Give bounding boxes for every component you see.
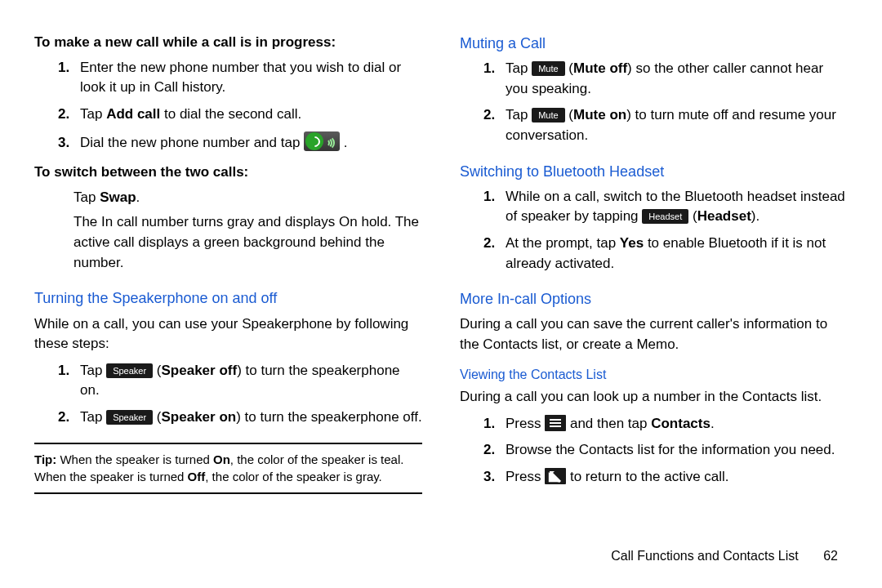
text: , the color of the speaker is gray. [205,470,382,483]
list-item: While on a call, switch to the Bluetooth… [499,187,848,227]
footer-section: Call Functions and Contacts List [611,549,798,563]
list-item: Press to return to the active call. [499,467,848,488]
add-call-label: Add call [106,106,160,122]
heading-switch-calls: To switch between the two calls: [34,163,422,183]
list-item: Enter the new phone number that you wish… [74,58,422,98]
text: to dial the second call. [160,106,301,122]
menu-icon [545,415,566,431]
speaker-on-label: Speaker on [162,409,237,425]
speakerphone-intro: While on a call, you can use your Speake… [34,314,422,354]
speaker-button-icon: Speaker [106,410,153,425]
speaker-button-icon: Speaker [106,363,153,378]
mute-on-label: Mute on [573,107,626,122]
heading-new-call: To make a new call while a call is in pr… [34,33,422,53]
text: Tap [80,106,106,122]
text: Tap [74,189,100,205]
text: Off [188,470,206,483]
mute-button-icon: Mute [532,108,564,122]
swap-instruction: Tap Swap. [74,188,422,208]
list-item: Browse the Contacts list for the informa… [499,440,848,461]
page-number: 62 [823,549,838,563]
mute-button-icon: Mute [532,61,564,76]
text: and then tap [570,416,651,431]
text: ) to turn the speakerphone off. [236,409,421,425]
text: . [344,135,348,150]
list-item: Tap Speaker (Speaker off) to turn the sp… [74,361,422,401]
text: . [136,189,140,205]
mute-off-label: Mute off [573,60,627,76]
call-icon [304,131,340,151]
bluetooth-steps: While on a call, switch to the Bluetooth… [460,187,848,274]
text: At the prompt, tap [506,235,620,251]
list-item: Dial the new phone number and tap . [74,131,422,154]
mute-steps: Tap Mute (Mute off) so the other caller … [460,59,848,146]
page-footer: Call Functions and Contacts List 62 [34,538,848,572]
list-item: Tap Mute (Mute on) to turn mute off and … [499,105,848,145]
heading-more-options: More In-call Options [460,288,848,310]
text: Tap [80,363,106,378]
swap-description: The In call number turns gray and displa… [74,212,422,273]
speaker-off-label: Speaker off [162,363,238,378]
list-item: Tap Mute (Mute off) so the other caller … [499,59,848,99]
list-item: Tap Add call to dial the second call. [74,105,422,125]
view-contacts-steps: Press and then tap Contacts. Browse the … [460,414,848,488]
text: Press [506,416,545,431]
heading-muting: Muting a Call [460,33,848,54]
text: On [213,452,230,466]
back-arrow-icon [545,468,566,484]
text: . [710,416,715,431]
text: Dial the new phone number and tap [80,135,304,150]
speakerphone-steps: Tap Speaker (Speaker off) to turn the sp… [34,361,422,428]
list-item: Tap Speaker (Speaker on) to turn the spe… [74,408,422,428]
tip-label: Tip: [34,452,56,466]
text: to return to the active call. [570,469,729,484]
text: ). [751,208,760,224]
heading-speakerphone: Turning the Speakerphone on and off [34,287,422,309]
text: Tap [506,60,532,76]
headset-button-icon: Headset [642,209,688,224]
heading-bluetooth: Switching to Bluetooth Headset [460,161,848,182]
text: Tap [80,409,106,425]
tip-box: Tip: When the speaker is turned On, the … [34,443,422,495]
contacts-label: Contacts [651,416,710,431]
headset-label: Headset [697,208,751,224]
list-item: At the prompt, tap Yes to enable Bluetoo… [499,234,848,274]
text: Tap [506,107,532,122]
text: When the speaker is turned [56,452,213,466]
left-column: To make a new call while a call is in pr… [34,33,422,538]
view-contacts-text: During a call you can look up a number i… [460,387,848,408]
list-item: Press and then tap Contacts. [499,414,848,434]
heading-view-contacts: Viewing the Contacts List [460,365,848,384]
yes-label: Yes [620,235,644,251]
text: Press [506,469,545,484]
right-column: Muting a Call Tap Mute (Mute off) so the… [460,33,848,538]
more-options-text: During a call you can save the current c… [460,314,848,354]
new-call-steps: Enter the new phone number that you wish… [34,58,422,154]
swap-label: Swap [100,189,136,205]
